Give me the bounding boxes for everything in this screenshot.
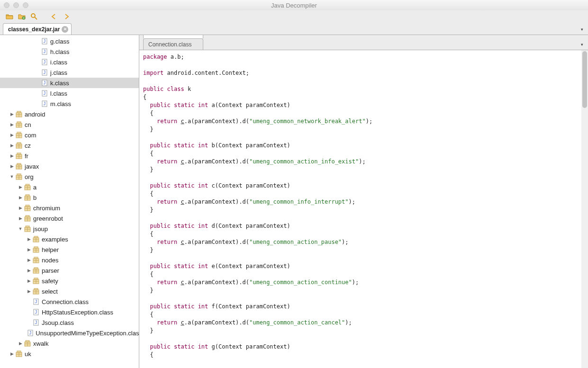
tree-node-label: h.class <box>50 48 69 55</box>
svg-text:J: J <box>35 320 37 325</box>
class-node[interactable]: ▶Jh.class <box>0 46 139 57</box>
package-node[interactable]: ▶parser <box>0 265 139 276</box>
class-node[interactable]: ▶Jk.class <box>0 78 139 88</box>
class-node[interactable]: ▶JHttpStatusException.class <box>0 307 139 317</box>
minimize-window-icon[interactable] <box>13 2 19 8</box>
disclosure-triangle-icon[interactable]: ▼ <box>17 226 24 231</box>
archive-tab[interactable]: classes_dex2jar.jar× <box>3 23 72 35</box>
package-node[interactable]: ▶chromium <box>0 203 139 213</box>
class-node[interactable]: ▶JConnection.class <box>0 296 139 307</box>
disclosure-triangle-icon[interactable]: ▶ <box>9 164 15 169</box>
package-node[interactable]: ▶cn <box>0 119 139 130</box>
close-icon[interactable]: × <box>62 26 68 33</box>
package-node[interactable]: ▼jsoup <box>0 224 139 234</box>
svg-rect-28 <box>17 132 21 134</box>
tabstrip-overflow-button[interactable]: ▾ <box>579 26 585 33</box>
svg-rect-40 <box>17 163 21 165</box>
package-node[interactable]: ▶a <box>0 182 139 192</box>
java-class-icon: J <box>32 319 40 326</box>
svg-rect-48 <box>26 184 29 186</box>
class-node[interactable]: ▶Jj.class <box>0 67 139 78</box>
disclosure-triangle-icon[interactable]: ▶ <box>9 122 15 127</box>
tree-node-label: android <box>25 111 45 118</box>
java-class-icon: J <box>41 69 48 76</box>
disclosure-spacer: ▶ <box>26 320 32 325</box>
tree-node-label: g.class <box>50 38 69 45</box>
package-node[interactable]: ▶examples <box>0 234 139 244</box>
editor-tab[interactable]: Connection.class <box>143 38 203 50</box>
package-icon <box>32 256 40 264</box>
tree-node-label: jsoup <box>33 225 48 233</box>
disclosure-triangle-icon[interactable]: ▶ <box>17 195 24 200</box>
disclosure-triangle-icon[interactable]: ▶ <box>26 278 32 283</box>
disclosure-triangle-icon[interactable]: ▶ <box>17 216 24 221</box>
svg-point-1 <box>31 14 35 18</box>
package-tree-pane[interactable]: ▶Jg.class▶Jh.class▶Ji.class▶Jj.class▶Jk.… <box>0 35 139 368</box>
code-editor[interactable]: package a.b; import android.content.Cont… <box>139 50 588 368</box>
java-class-icon: J <box>41 100 48 108</box>
close-icon[interactable]: × <box>167 35 171 36</box>
disclosure-triangle-icon[interactable]: ▶ <box>26 247 32 252</box>
svg-text:J: J <box>43 49 45 54</box>
disclosure-triangle-icon[interactable]: ▶ <box>26 237 32 242</box>
disclosure-triangle-icon[interactable]: ▶ <box>9 112 15 117</box>
svg-text:J: J <box>43 81 45 85</box>
svg-rect-24 <box>17 122 21 123</box>
package-node[interactable]: ▶xwalk <box>0 338 139 349</box>
package-icon <box>32 287 40 295</box>
open-file-icon[interactable] <box>6 13 13 20</box>
editor-tabstrip-overflow-button[interactable]: ▾ <box>579 41 585 48</box>
package-node[interactable]: ▶b <box>0 192 139 203</box>
disclosure-triangle-icon[interactable]: ▶ <box>26 268 32 273</box>
package-node[interactable]: ▶cz <box>0 140 139 151</box>
main-toolbar <box>0 10 588 23</box>
package-node[interactable]: ▶safety <box>0 276 139 286</box>
disclosure-triangle-icon[interactable]: ▶ <box>17 341 24 346</box>
package-icon <box>32 267 40 274</box>
disclosure-triangle-icon[interactable]: ▶ <box>9 153 15 158</box>
main-split: ▶Jg.class▶Jh.class▶Ji.class▶Jj.class▶Jk.… <box>0 35 588 368</box>
package-node[interactable]: ▶select <box>0 286 139 296</box>
open-type-icon[interactable] <box>18 13 26 20</box>
class-node[interactable]: ▶Jg.class <box>0 36 139 46</box>
tree-node-label: Connection.class <box>42 298 89 305</box>
editor-vertical-scrollbar[interactable] <box>581 50 588 368</box>
search-icon[interactable] <box>30 13 38 20</box>
window-controls <box>4 2 28 8</box>
package-node[interactable]: ▶com <box>0 130 139 140</box>
nav-back-icon[interactable] <box>50 13 58 20</box>
close-window-icon[interactable] <box>4 2 9 8</box>
svg-text:J: J <box>35 299 37 304</box>
class-node[interactable]: ▶Ji.class <box>0 57 139 67</box>
disclosure-triangle-icon[interactable]: ▶ <box>9 143 15 148</box>
package-node[interactable]: ▶greenrobot <box>0 213 139 224</box>
class-node[interactable]: ▶Jm.class <box>0 99 139 109</box>
disclosure-triangle-icon[interactable]: ▶ <box>9 351 15 356</box>
svg-rect-36 <box>17 153 21 154</box>
editor-tab[interactable]: k.class× <box>143 35 203 38</box>
package-node[interactable]: ▶nodes <box>0 255 139 265</box>
package-node[interactable]: ▶android <box>0 109 139 119</box>
disclosure-triangle-icon[interactable]: ▼ <box>9 174 15 179</box>
package-node[interactable]: ▶fr <box>0 151 139 161</box>
package-node[interactable]: ▶uk <box>0 349 139 359</box>
disclosure-spacer: ▶ <box>34 81 41 85</box>
zoom-window-icon[interactable] <box>23 2 28 8</box>
disclosure-triangle-icon[interactable]: ▶ <box>26 258 32 262</box>
disclosure-triangle-icon[interactable]: ▶ <box>17 206 24 210</box>
nav-forward-icon[interactable] <box>63 13 70 20</box>
class-node[interactable]: ▶JUnsupportedMimeTypeException.class <box>0 328 139 338</box>
titlebar: Java Decompiler <box>0 0 588 10</box>
package-node[interactable]: ▶javax <box>0 161 139 171</box>
disclosure-triangle-icon[interactable]: ▶ <box>26 289 32 294</box>
archive-tabstrip: classes_dex2jar.jar× ▾ <box>0 23 588 35</box>
package-node[interactable]: ▼org <box>0 171 139 182</box>
java-class-icon: J <box>41 37 48 45</box>
class-node[interactable]: ▶JJsoup.class <box>0 317 139 328</box>
disclosure-triangle-icon[interactable]: ▶ <box>9 133 15 137</box>
class-node[interactable]: ▶Jl.class <box>0 88 139 99</box>
package-node[interactable]: ▶helper <box>0 244 139 255</box>
disclosure-triangle-icon[interactable]: ▶ <box>17 185 24 189</box>
tree-node-label: Jsoup.class <box>42 319 74 326</box>
tree-node-label: k.class <box>50 80 69 87</box>
